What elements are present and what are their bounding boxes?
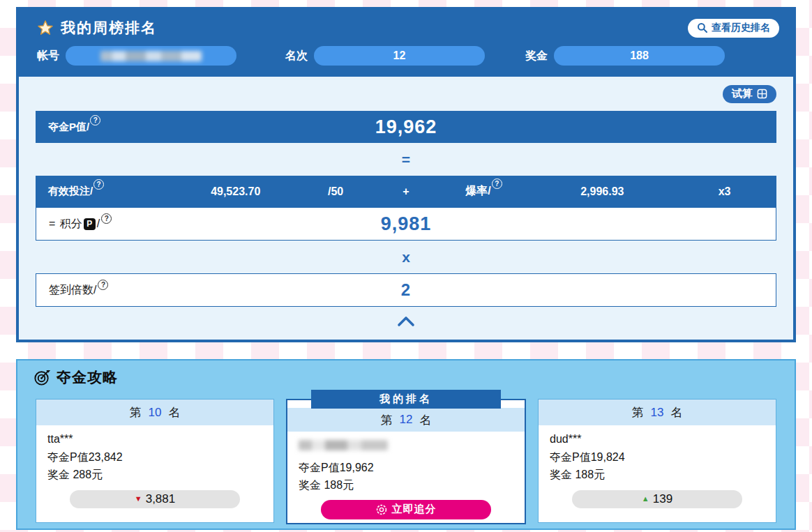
gold-p-value-label: 夺金P值/? [48,121,100,134]
gold-strategy-panel: 夺金攻略 第10名 tta*** 夺金P值23,842 奖金 288元 ▼ 3,… [16,359,796,530]
signin-multiplier-value: 2 [36,280,776,300]
strategy-title: 夺金攻略 [57,367,118,387]
help-icon[interactable]: ? [101,213,112,224]
player-prize-line: 奖金 188元 [550,466,765,484]
calculator-icon [757,89,767,99]
rank-number: 13 [651,406,664,420]
burst-rate-label: 爆率/? [435,184,532,199]
rank-card-10-header: 第10名 [36,400,273,425]
poker-chip-icon [376,504,387,515]
plus-operator: + [376,185,435,198]
equals-operator: = [36,143,776,176]
gold-p-value: 19,962 [36,116,776,138]
rank-card-13-body: dud*** 夺金P值19,824 奖金 188元 ▲ 139 [539,425,776,508]
my-rank-tab: 我的排名 [311,390,501,409]
chevron-up-icon [396,316,416,327]
delta-pill: ▲ 139 [572,490,742,508]
panel-header: 我的周榜排名 查看历史排名 帐号 名次 12 奖金 188 [19,10,793,77]
gold-p-value-row: 夺金P值/? 19,962 [36,111,776,143]
signin-multiplier-row: 签到倍数/? 2 [36,273,776,307]
player-name: tta*** [47,430,262,448]
rank-card-10: 第10名 tta*** 夺金P值23,842 奖金 288元 ▼ 3,881 [36,399,274,523]
player-p-line: 夺金P值19,962 [299,459,513,477]
page-title: 我的周榜排名 [61,18,157,38]
delta-value: 3,881 [146,489,176,508]
rank-card-10-body: tta*** 夺金P值23,842 奖金 288元 ▼ 3,881 [36,425,273,508]
player-name: dud*** [550,430,765,448]
search-icon [697,22,708,33]
player-name-masked [299,440,388,450]
collapse-toggle[interactable] [36,307,776,336]
up-triangle-icon: ▲ [642,493,649,506]
rank-number: 12 [400,413,413,427]
trial-calc-button[interactable]: 试算 [723,85,776,103]
burst-multiplier: x3 [672,185,776,198]
rank-value-pill: 12 [314,46,485,66]
star-icon [37,20,54,36]
valid-bet-label: 有效投注/? [36,185,176,198]
down-triangle-icon: ▼ [135,493,142,506]
points-value: 9,981 [36,213,776,235]
player-prize-line: 奖金 288元 [47,466,262,484]
bet-divisor: /50 [295,185,377,198]
rank-field: 名次 12 [285,46,485,66]
delta-pill: ▼ 3,881 [70,490,239,508]
delta-value: 139 [653,489,672,508]
signin-multiplier-label: 签到倍数/? [49,283,108,298]
points-label: = 积分P/? [49,217,112,231]
prize-value-pill: 188 [554,46,725,66]
chase-points-button[interactable]: 立即追分 [321,500,490,519]
view-history-button[interactable]: 查看历史排名 [688,19,779,38]
account-masked-value [100,51,202,61]
p-badge-icon: P [84,218,96,230]
times-operator: x [36,241,776,273]
chase-points-label: 立即追分 [392,503,437,516]
rank-card-12-mine: 我的排名 第12名 夺金P值19,962 奖金 188元 立即追分 [286,399,526,524]
weekly-ranking-panel: 我的周榜排名 查看历史排名 帐号 名次 12 奖金 188 [16,7,796,342]
rank-label: 名次 [285,49,308,63]
account-label: 帐号 [37,49,59,63]
view-history-label: 查看历史排名 [712,22,770,34]
rank-card-13: 第13名 dud*** 夺金P值19,824 奖金 188元 ▲ 139 [538,399,776,523]
account-value-pill [66,46,236,66]
rank-card-12-body: 夺金P值19,962 奖金 188元 立即追分 [287,432,525,519]
burst-rate-value: 2,996.93 [532,185,672,198]
player-prize-line: 奖金 188元 [299,476,513,494]
prize-label: 奖金 [525,49,548,63]
help-icon[interactable]: ? [93,179,104,190]
player-p-line: 夺金P值23,842 [47,448,262,466]
help-icon[interactable]: ? [90,115,100,126]
valid-bet-row: 有效投注/? 49,523.70 /50 + 爆率/? 2,996.93 x3 [36,176,776,207]
help-icon[interactable]: ? [492,178,502,189]
rank-card-12-header: 第12名 [287,408,525,432]
points-row: = 积分P/? 9,981 [36,207,776,241]
trial-calc-label: 试算 [732,87,753,100]
rank-number: 10 [149,406,162,420]
account-field: 帐号 [37,46,236,66]
rank-card-13-header: 第13名 [539,400,776,425]
prize-field: 奖金 188 [525,46,725,66]
help-icon[interactable]: ? [98,280,108,290]
player-p-line: 夺金P值19,824 [550,448,765,466]
target-dart-icon [33,368,52,387]
valid-bet-value: 49,523.70 [176,185,295,198]
